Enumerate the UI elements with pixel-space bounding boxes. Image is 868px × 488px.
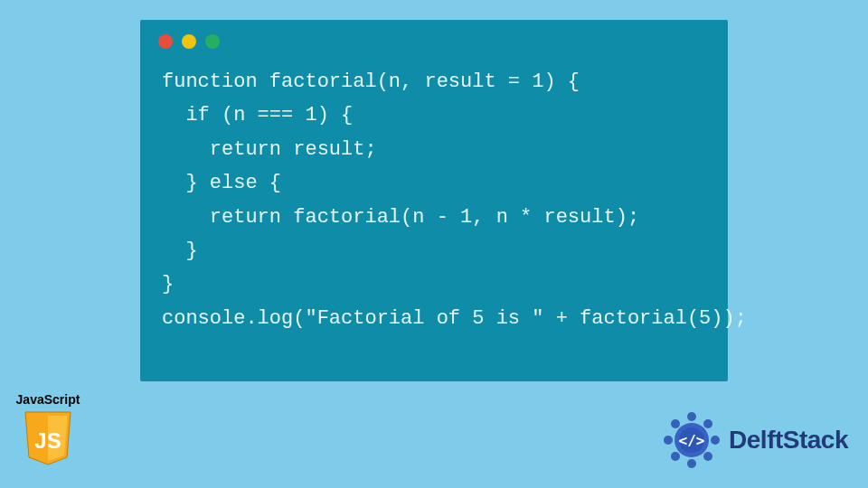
code-line: function factorial(n, result = 1) { (162, 70, 580, 93)
maximize-icon (205, 34, 220, 49)
window-traffic-lights (140, 20, 728, 56)
brand-name: DelftStack (729, 426, 848, 455)
svg-point-7 (671, 419, 680, 428)
code-body: function factorial(n, result = 1) { if (… (140, 56, 728, 357)
code-line: if (n === 1) { (162, 104, 353, 127)
svg-text:</>: </> (679, 432, 705, 449)
code-line: } else { (162, 172, 281, 194)
javascript-badge: JavaScript JS (13, 392, 83, 466)
shield-text: JS (34, 428, 61, 453)
close-icon (158, 34, 173, 49)
javascript-badge-label: JavaScript (13, 392, 83, 407)
svg-point-6 (664, 436, 673, 445)
svg-point-3 (703, 452, 712, 461)
minimize-icon (182, 34, 196, 49)
brand-emblem-icon: </> (660, 408, 723, 472)
code-line: return result; (162, 138, 377, 161)
svg-point-1 (703, 419, 712, 428)
brand-logo: </> DelftStack (660, 408, 848, 472)
javascript-shield-icon: JS (23, 410, 73, 466)
svg-point-5 (671, 452, 680, 461)
code-line: return factorial(n - 1, n * result); (162, 206, 639, 229)
code-line: } (162, 273, 174, 296)
code-line: console.log("Factorial of 5 is " + facto… (162, 307, 747, 330)
svg-point-0 (687, 412, 696, 421)
code-line: } (162, 239, 198, 262)
svg-point-2 (711, 436, 720, 445)
svg-point-4 (687, 459, 696, 468)
code-window: function factorial(n, result = 1) { if (… (140, 20, 728, 381)
